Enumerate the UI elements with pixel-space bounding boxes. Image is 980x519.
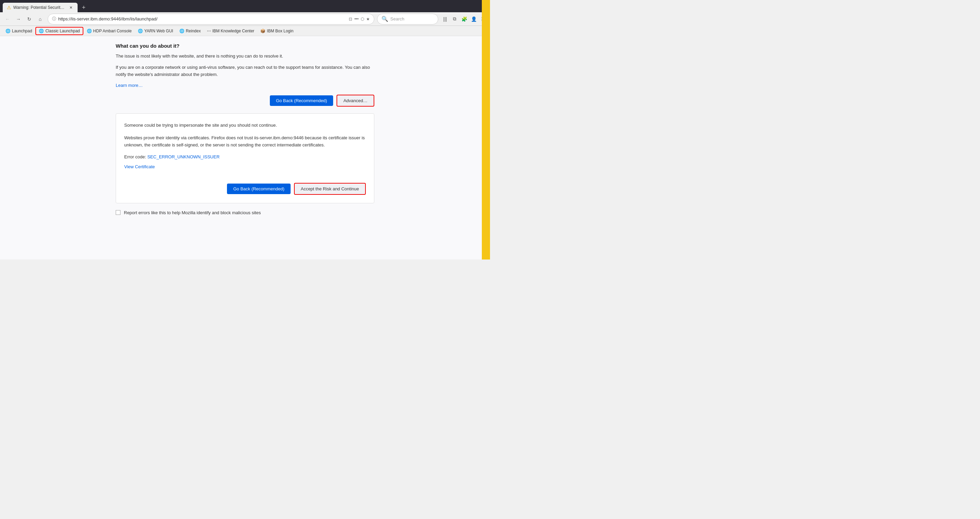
bookmark-yarn-icon: 🌐 — [138, 29, 143, 34]
forward-button[interactable]: → — [14, 14, 23, 24]
more-icon[interactable]: ••• — [354, 17, 359, 21]
bookmark-ibm-box-label: IBM Box Login — [267, 29, 293, 34]
bookmark-globe-icon: 🌐 — [5, 29, 11, 34]
url-text: https://iis-server.ibm.demo:9446/ibm/iis… — [58, 16, 347, 21]
yellow-sidebar — [482, 0, 490, 260]
what-can-do-para2: If you are on a corporate network or usi… — [116, 64, 374, 78]
bookmark-classic-launchpad[interactable]: 🌐 Classic Launchpad — [35, 27, 83, 35]
bookmark-icon[interactable]: ★ — [366, 17, 370, 21]
refresh-button[interactable]: ↻ — [24, 14, 34, 24]
content-wrapper: What can you do about it? The issue is m… — [116, 36, 374, 222]
view-certificate-link[interactable]: View Certificate — [124, 164, 155, 169]
bookmark-hdp-icon: 🌐 — [87, 29, 92, 34]
reader-view-icon[interactable]: ⊡ — [349, 17, 352, 21]
bookmark-reindex-label: Reindex — [186, 29, 201, 34]
bookmark-ibm-knowledge-label: IBM Knowledge Center — [212, 29, 254, 34]
bookmark-yarn[interactable]: 🌐 YARN Web GUI — [135, 27, 176, 34]
what-can-do-para1: The issue is most likely with the websit… — [116, 53, 374, 60]
warning-icon: ⚠ — [7, 5, 11, 10]
active-tab[interactable]: ⚠ Warning: Potential Security Ris… ✕ — [3, 3, 78, 12]
bookmark-ibm-knowledge[interactable]: ⋯ IBM Knowledge Center — [204, 27, 257, 34]
security-icon: ⓘ — [52, 16, 56, 22]
bookmark-ibm-knowledge-icon: ⋯ — [207, 29, 211, 34]
advanced-box: Someone could be trying to impersonate t… — [116, 113, 374, 203]
extensions-icon[interactable]: 🧩 — [460, 15, 468, 23]
advanced-para1: Someone could be trying to impersonate t… — [124, 122, 366, 129]
bookmarks-library-icon[interactable]: ||| — [441, 15, 449, 23]
what-can-you-do-title: What can you do about it? — [116, 43, 374, 49]
primary-action-row: Go Back (Recommended) Advanced… — [116, 95, 374, 107]
bookmarks-bar: 🌐 Launchpad 🌐 Classic Launchpad 🌐 HDP Am… — [0, 26, 490, 36]
search-bar[interactable]: 🔍 Search — [377, 14, 438, 24]
save-to-pocket-icon[interactable]: ⬡ — [361, 17, 364, 21]
bookmark-launchpad-label: Launchpad — [12, 29, 32, 34]
bookmark-reindex[interactable]: 🌐 Reindex — [177, 27, 204, 34]
error-code-row: Error code: SEC_ERROR_UNKNOWN_ISSUER — [124, 154, 366, 160]
home-button[interactable]: ⌂ — [35, 14, 45, 24]
bookmark-launchpad[interactable]: 🌐 Launchpad — [3, 27, 35, 34]
accept-risk-button[interactable]: Accept the Risk and Continue — [294, 183, 366, 195]
bookmark-yarn-label: YARN Web GUI — [144, 29, 173, 34]
error-label: Error code: — [124, 154, 147, 160]
learn-more-link[interactable]: Learn more… — [116, 83, 143, 88]
bookmark-classic-launchpad-label: Classic Launchpad — [45, 29, 80, 34]
go-back-recommended-button[interactable]: Go Back (Recommended) — [270, 95, 333, 106]
page-content: What can you do about it? The issue is m… — [0, 36, 490, 260]
bookmark-hdp-label: HDP Ambari Console — [93, 29, 132, 34]
bookmark-hdp-ambari[interactable]: 🌐 HDP Ambari Console — [84, 27, 134, 34]
address-actions: ⊡ ••• ⬡ ★ — [349, 17, 370, 21]
tab-title: Warning: Potential Security Ris… — [13, 5, 66, 10]
toolbar-right: ||| ⧉ 🧩 👤 ☰ — [441, 15, 487, 23]
search-placeholder: Search — [390, 16, 404, 21]
advanced-button[interactable]: Advanced… — [337, 95, 374, 107]
go-back-advanced-button[interactable]: Go Back (Recommended) — [227, 184, 290, 194]
back-button[interactable]: ← — [3, 14, 12, 24]
address-bar[interactable]: ⓘ https://iis-server.ibm.demo:9446/ibm/i… — [48, 14, 374, 24]
account-icon[interactable]: 👤 — [469, 15, 478, 23]
bookmark-classic-globe-icon: 🌐 — [39, 29, 44, 34]
report-checkbox[interactable] — [116, 210, 121, 215]
bookmark-reindex-icon: 🌐 — [179, 29, 185, 34]
toolbar: ← → ↻ ⌂ ⓘ https://iis-server.ibm.demo:94… — [0, 12, 490, 26]
bookmark-ibm-box-icon: 📦 — [260, 29, 266, 34]
advanced-para2: Websites prove their identity via certif… — [124, 134, 366, 149]
report-label: Report errors like this to help Mozilla … — [124, 210, 261, 215]
new-tab-button[interactable]: + — [79, 3, 89, 12]
error-code-link: SEC_ERROR_UNKNOWN_ISSUER — [147, 154, 220, 160]
tabs-icon[interactable]: ⧉ — [450, 15, 459, 23]
tab-close-button[interactable]: ✕ — [68, 5, 73, 10]
bookmark-ibm-box[interactable]: 📦 IBM Box Login — [258, 27, 296, 34]
report-row: Report errors like this to help Mozilla … — [116, 210, 374, 215]
search-icon: 🔍 — [382, 16, 388, 22]
advanced-action-row: Go Back (Recommended) Accept the Risk an… — [124, 183, 366, 195]
